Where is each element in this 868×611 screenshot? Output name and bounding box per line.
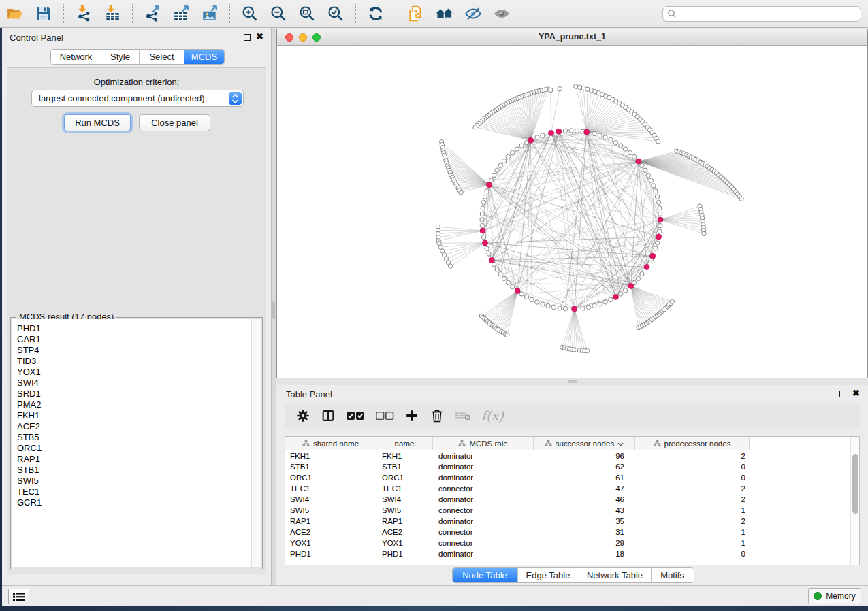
graph-node[interactable]	[640, 163, 644, 167]
mcds-result-item[interactable]: PHD1	[12, 323, 261, 334]
graph-node[interactable]	[586, 305, 590, 309]
clone-network-button[interactable]	[406, 3, 426, 24]
column-header-shared-name[interactable]: shared name	[285, 437, 376, 450]
column-view-button[interactable]	[321, 406, 336, 426]
table-row[interactable]: YOX1YOX1connector291	[285, 538, 850, 548]
graph-node[interactable]	[574, 84, 578, 88]
horizontal-split-divider[interactable]	[276, 378, 868, 384]
graph-mcds-node[interactable]	[584, 129, 590, 135]
close-panel-icon[interactable]: ✖	[256, 31, 263, 42]
column-header-successor-nodes[interactable]: successor nodes	[534, 437, 635, 450]
mcds-result-item[interactable]: STB5	[12, 432, 261, 443]
graph-node[interactable]	[489, 178, 493, 182]
graph-node[interactable]	[530, 297, 534, 301]
divider-grip[interactable]	[272, 301, 275, 319]
graph-node[interactable]	[481, 235, 485, 239]
graph-node[interactable]	[549, 88, 553, 92]
graph-mcds-node[interactable]	[656, 234, 662, 240]
graph-node[interactable]	[656, 200, 660, 204]
graph-node[interactable]	[598, 302, 602, 306]
zoom-selected-button[interactable]	[325, 3, 346, 24]
divider-grip[interactable]	[568, 380, 577, 383]
graph-node[interactable]	[480, 223, 484, 227]
graph-mcds-node[interactable]	[644, 264, 649, 269]
hide-selected-button[interactable]	[463, 3, 483, 24]
tab-edge-table[interactable]: Edge Table	[518, 568, 579, 582]
import-table-file-button[interactable]	[102, 3, 123, 24]
column-header-name[interactable]: name	[376, 437, 433, 450]
export-network-button[interactable]	[142, 3, 163, 24]
graph-node[interactable]	[658, 206, 662, 210]
graph-node[interactable]	[655, 195, 659, 199]
graph-node[interactable]	[480, 218, 484, 222]
table-scrollbar[interactable]	[850, 437, 859, 565]
graph-node[interactable]	[702, 231, 706, 235]
tab-node-table[interactable]: Node Table	[453, 568, 518, 582]
table-row[interactable]: SWI4SWI4dominator462	[285, 494, 850, 505]
add-row-button[interactable]	[404, 406, 419, 426]
table-row[interactable]: FKH1FKH1dominator962	[285, 450, 850, 461]
graph-node[interactable]	[495, 168, 499, 172]
graph-node[interactable]	[603, 300, 607, 304]
graph-node[interactable]	[658, 223, 662, 227]
graph-node[interactable]	[613, 140, 617, 144]
graph-node[interactable]	[739, 197, 743, 201]
graph-mcds-node[interactable]	[486, 182, 492, 188]
graph-node[interactable]	[563, 307, 567, 311]
tab-style[interactable]: Style	[101, 50, 140, 64]
graph-node[interactable]	[619, 144, 623, 148]
graph-node[interactable]	[628, 150, 632, 154]
graph-node[interactable]	[652, 184, 656, 188]
graph-mcds-node[interactable]	[489, 258, 494, 263]
refresh-view-button[interactable]	[366, 3, 386, 24]
tab-select[interactable]: Select	[140, 50, 184, 64]
import-network-file-button[interactable]	[74, 3, 94, 24]
export-image-button[interactable]	[199, 3, 220, 24]
graph-node[interactable]	[448, 264, 452, 268]
graph-node[interactable]	[498, 272, 502, 276]
graph-mcds-node[interactable]	[572, 306, 577, 312]
close-panel-icon[interactable]: ✖	[852, 388, 860, 398]
select-all-button[interactable]	[346, 406, 365, 426]
graph-mcds-node[interactable]	[483, 240, 488, 246]
graph-node[interactable]	[656, 139, 660, 144]
mcds-result-item[interactable]: SRD1	[12, 389, 261, 399]
mcds-result-item[interactable]: SWI5	[12, 476, 261, 486]
graph-mcds-node[interactable]	[628, 283, 634, 288]
graph-node[interactable]	[546, 303, 550, 308]
graph-node[interactable]	[495, 267, 499, 271]
table-row[interactable]: ORC1ORC1dominator610	[285, 472, 850, 483]
graph-node[interactable]	[492, 173, 496, 177]
float-window-icon[interactable]	[244, 34, 251, 41]
graph-node[interactable]	[481, 200, 485, 204]
graph-mcds-node[interactable]	[528, 137, 534, 143]
graph-node[interactable]	[575, 129, 579, 133]
graph-node[interactable]	[510, 284, 514, 288]
graph-node[interactable]	[481, 206, 485, 210]
table-row[interactable]: TEC1TEC1connector472	[285, 483, 850, 494]
graph-node[interactable]	[483, 195, 487, 199]
graph-node[interactable]	[505, 333, 509, 337]
graph-node[interactable]	[502, 276, 506, 280]
graph-node[interactable]	[480, 212, 484, 216]
graph-node[interactable]	[535, 135, 539, 139]
graph-node[interactable]	[598, 133, 602, 137]
graph-node[interactable]	[624, 147, 628, 151]
run-mcds-button[interactable]: Run MCDS	[64, 114, 131, 131]
zoom-out-button[interactable]	[268, 3, 289, 24]
table-row[interactable]: STB1STB1dominator620	[285, 461, 850, 472]
graph-node[interactable]	[654, 189, 658, 193]
graph-mcds-node[interactable]	[480, 228, 485, 233]
zoom-fit-button[interactable]	[297, 3, 317, 24]
graph-node[interactable]	[655, 241, 659, 245]
graph-node[interactable]	[487, 252, 491, 256]
graph-mcds-node[interactable]	[613, 294, 619, 299]
mcds-result-item[interactable]: PMA2	[12, 399, 261, 410]
table-scrollbar-thumb[interactable]	[852, 454, 858, 514]
mcds-result-item[interactable]: RAP1	[12, 454, 261, 465]
graph-node[interactable]	[632, 154, 636, 159]
tab-network-table[interactable]: Network Table	[579, 568, 652, 582]
mcds-result-item[interactable]: ORC1	[12, 443, 261, 454]
table-row[interactable]: PHD1PHD1dominator180	[285, 548, 850, 559]
graph-node[interactable]	[541, 302, 545, 306]
